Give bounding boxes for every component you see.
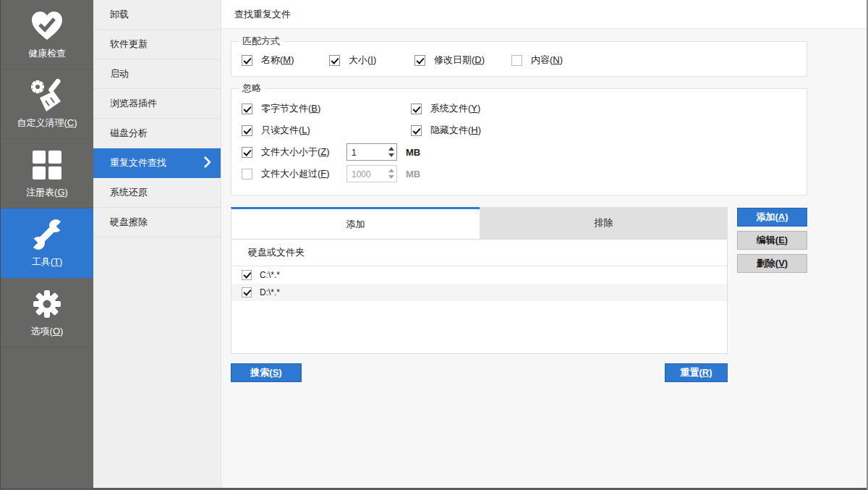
ignore-zero-byte-option[interactable]: 零字节文件(B) — [242, 102, 406, 115]
sidebar-item-health-check[interactable]: 健康检查 — [1, 0, 93, 69]
table-row[interactable]: C:\*.* — [231, 266, 727, 284]
sidebar-item-custom-clean[interactable]: 自定义清理(C) — [1, 69, 93, 139]
ignore-zero-byte-checkbox[interactable] — [242, 104, 252, 114]
size-less-spin-wrap: 1 MB — [346, 143, 420, 161]
size-over-unit: MB — [406, 169, 420, 179]
menu-item-browser-plugins[interactable]: 浏览器插件 — [93, 89, 221, 119]
menu-item-drive-wiper[interactable]: 硬盘擦除 — [93, 208, 221, 237]
ignore-zero-byte-label: 零字节文件(B) — [261, 102, 320, 115]
menu-item-label: 软件更新 — [110, 38, 148, 51]
ignore-size-less-checkbox[interactable] — [242, 147, 252, 158]
spin-down-icon[interactable] — [388, 153, 394, 157]
ignore-row-1: 零字节文件(B) 系统文件(Y) — [237, 98, 807, 119]
search-button-label: 搜索(S) — [250, 366, 281, 379]
delete-folder-button[interactable]: 删除(V) — [737, 254, 807, 273]
page-content: 匹配方式 名称(M) 大小(I) 修改日期(D) — [221, 29, 867, 487]
tab-exclude[interactable]: 排除 — [480, 207, 728, 239]
ignore-size-over-option[interactable]: 文件大小超过(F) — [242, 167, 346, 180]
size-less-unit: MB — [406, 147, 420, 158]
ignore-hidden-files-checkbox[interactable] — [411, 125, 422, 136]
row-path: D:\*.* — [260, 287, 280, 297]
match-name-checkbox[interactable] — [242, 55, 252, 66]
menu-item-label: 系统还原 — [110, 186, 148, 199]
ignore-size-less-option[interactable]: 文件大小小于(Z) — [242, 145, 346, 159]
folders-panel: 添加 排除 硬盘或文件夹 C:\*.* — [231, 207, 728, 354]
gear-icon — [31, 287, 63, 321]
sidebar-item-label: 选项(O) — [31, 325, 64, 338]
table-row[interactable]: D:\*.* — [231, 284, 727, 301]
edit-folder-button[interactable]: 编辑(E) — [737, 231, 807, 250]
ignore-size-over-label: 文件大小超过(F) — [261, 167, 330, 180]
tab-exclude-label: 排除 — [595, 216, 613, 229]
folders-tabs: 添加 排除 — [231, 207, 728, 239]
sidebar-item-tools[interactable]: 工具(T) — [1, 208, 93, 278]
grid-icon — [31, 148, 63, 182]
match-name-option[interactable]: 名称(M) — [242, 54, 324, 67]
search-button[interactable]: 搜索(S) — [231, 363, 302, 382]
menu-item-software-update[interactable]: 软件更新 — [93, 30, 221, 59]
sidebar-item-options[interactable]: 选项(O) — [1, 278, 93, 347]
tools-submenu: 卸载 软件更新 启动 浏览器插件 磁盘分析 重复文件查找 系统还原 硬盘擦除 — [93, 0, 221, 490]
sidebar: 健康检查 — [1, 0, 93, 490]
row-checkbox[interactable] — [242, 287, 252, 297]
add-folder-button-label: 添加(A) — [756, 211, 788, 224]
spin-up-icon[interactable] — [388, 147, 394, 151]
menu-item-system-restore[interactable]: 系统还原 — [93, 178, 221, 208]
ignore-system-files-checkbox[interactable] — [411, 104, 422, 114]
size-over-spinner[interactable] — [386, 166, 396, 182]
match-mode-groupbox: 匹配方式 名称(M) 大小(I) 修改日期(D) — [231, 35, 807, 77]
menu-item-label: 卸载 — [110, 8, 129, 21]
ignore-readonly-option[interactable]: 只读文件(L) — [242, 124, 406, 137]
row-path: C:\*.* — [260, 270, 280, 280]
size-less-input[interactable]: 1 — [346, 143, 397, 161]
spin-up-icon[interactable] — [388, 169, 394, 172]
match-content-label: 内容(N) — [531, 54, 563, 67]
ignore-readonly-checkbox[interactable] — [242, 125, 252, 136]
folder-action-buttons: 添加(A) 编辑(E) 删除(V) — [737, 208, 807, 273]
match-content-checkbox[interactable] — [511, 55, 522, 66]
ignore-size-over-checkbox[interactable] — [242, 169, 252, 179]
broom-gear-icon — [30, 78, 64, 113]
match-date-checkbox[interactable] — [414, 55, 425, 66]
match-size-label: 大小(I) — [349, 54, 376, 67]
ignore-readonly-label: 只读文件(L) — [261, 124, 310, 137]
row-checkbox[interactable] — [242, 270, 252, 280]
menu-item-label: 硬盘擦除 — [110, 216, 148, 229]
menu-item-uninstall[interactable]: 卸载 — [93, 0, 221, 30]
ignore-legend: 忽略 — [239, 82, 265, 95]
delete-folder-button-label: 删除(V) — [757, 257, 788, 270]
main-area: 查找重复文件 匹配方式 名称(M) 大小(I) 修改日 — [221, 0, 867, 490]
sidebar-item-registry[interactable]: 注册表(G) — [1, 139, 93, 208]
folders-table: 硬盘或文件夹 C:\*.* D:\*.* — [231, 239, 728, 354]
match-size-checkbox[interactable] — [329, 55, 340, 66]
match-content-option[interactable]: 内容(N) — [511, 54, 563, 67]
sidebar-item-label: 工具(T) — [32, 255, 63, 269]
add-folder-button[interactable]: 添加(A) — [737, 208, 807, 227]
ignore-row-2: 只读文件(L) 隐藏文件(H) — [237, 119, 807, 141]
spin-down-icon[interactable] — [388, 175, 394, 179]
page-title: 查找重复文件 — [234, 8, 291, 21]
match-size-option[interactable]: 大小(I) — [329, 54, 409, 67]
ignore-size-less-label: 文件大小小于(Z) — [261, 145, 330, 159]
match-name-label: 名称(M) — [261, 54, 294, 67]
ignore-hidden-files-option[interactable]: 隐藏文件(H) — [411, 124, 481, 137]
ignore-system-files-option[interactable]: 系统文件(Y) — [411, 102, 480, 115]
tab-include[interactable]: 添加 — [231, 207, 480, 239]
match-mode-legend: 匹配方式 — [239, 35, 284, 48]
size-over-input[interactable]: 1000 — [346, 165, 397, 182]
menu-item-startup[interactable]: 启动 — [93, 59, 221, 89]
wrench-icon — [30, 217, 64, 252]
ignore-size-over-row: 文件大小超过(F) 1000 MB — [237, 163, 807, 185]
menu-item-duplicate-finder[interactable]: 重复文件查找 — [93, 148, 221, 178]
size-over-value[interactable]: 1000 — [347, 166, 386, 182]
match-date-option[interactable]: 修改日期(D) — [414, 54, 506, 67]
heart-check-icon — [30, 9, 64, 43]
reset-button-label: 重置(R) — [680, 366, 712, 379]
edit-folder-button-label: 编辑(E) — [757, 234, 788, 247]
folders-column-header: 硬盘或文件夹 — [248, 246, 305, 259]
reset-button[interactable]: 重置(R) — [665, 363, 728, 382]
menu-item-disk-analyzer[interactable]: 磁盘分析 — [93, 119, 221, 148]
menu-item-label: 启动 — [110, 67, 129, 80]
size-less-value[interactable]: 1 — [347, 144, 386, 160]
size-less-spinner[interactable] — [386, 144, 396, 160]
